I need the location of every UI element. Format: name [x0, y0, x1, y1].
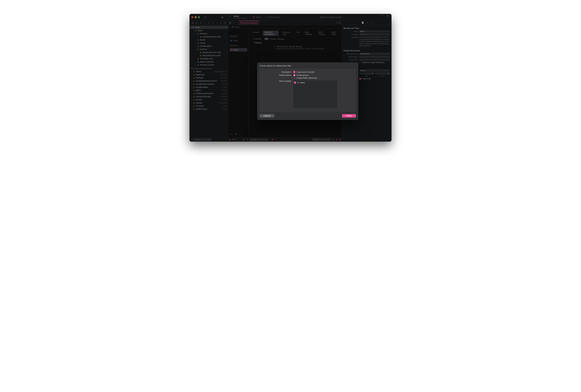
debug-filter[interactable]: ⌕ — [249, 138, 269, 141]
signing-section-header[interactable]: ▾ Signing — [253, 41, 340, 44]
toggle-inspector-icon[interactable]: ▥ — [385, 14, 390, 17]
bookmark-navigator-icon[interactable]: ⎘ — [199, 21, 202, 24]
tree-item[interactable]: ▸▥Model — [190, 38, 228, 41]
navigator-filter-input[interactable] — [196, 138, 206, 141]
target-notes-checkbox[interactable]: ✓ — [294, 81, 296, 84]
identity-name-field[interactable]: Notes — [359, 30, 390, 32]
package-dependency[interactable]: ▸◍GoogleAppMeasurement10.24.0 — [190, 79, 228, 82]
layout-icon[interactable]: ▦ — [229, 21, 231, 24]
toggle-navigator-icon[interactable]: ☰ — [203, 15, 207, 19]
indent-using-dropdown[interactable]: Spaces — [359, 69, 390, 72]
project-tree[interactable]: ▾ ◩ Notes M ▾▥Notes▾▥Services◆NotesRepos… — [190, 25, 228, 137]
filter-debug[interactable]: Debug — [270, 38, 276, 40]
copy-items-checkbox[interactable]: ✓ — [293, 71, 295, 73]
test-navigator-icon[interactable]: ◇ — [212, 21, 214, 24]
stop-icon[interactable]: ◻ — [228, 14, 232, 18]
config-tab[interactable]: Build Rules — [330, 31, 340, 36]
package-dependency[interactable]: ▸◍GoogleUtilities7.13.1 — [190, 85, 228, 89]
wrap-lines-checkbox[interactable]: ✓ — [359, 78, 361, 80]
tree-item[interactable]: ▾▥Services — [190, 32, 228, 35]
tree-item[interactable]: ▸▥Views — [190, 41, 228, 44]
tree-item[interactable]: ◆NoteEditScreen.swift — [190, 54, 228, 57]
package-dependency[interactable]: ▸◍Promises2.4.0 — [190, 104, 228, 107]
debug-navigator-icon[interactable]: ⌁ — [216, 21, 218, 24]
tree-item[interactable]: ▸▥ViewModifiers — [190, 44, 228, 48]
config-tab[interactable]: Resource Tags — [281, 31, 293, 36]
minimize-refs-checkbox[interactable] — [359, 61, 361, 64]
remove-target-icon[interactable]: − — [233, 133, 234, 135]
issue-navigator-icon[interactable]: ⚠ — [207, 21, 210, 24]
auto-manage-checkbox[interactable]: ☑ — [274, 45, 275, 48]
file-inspector-icon[interactable]: 📄 — [362, 21, 364, 24]
project-navigator-icon[interactable]: ▤ — [191, 21, 194, 24]
class-prefix-field[interactable] — [359, 59, 390, 61]
tree-item[interactable]: ▣Assets.xcassets — [190, 60, 228, 63]
target-actions-icon[interactable]: ⊚ — [235, 133, 237, 135]
config-tab[interactable]: Info — [295, 31, 301, 36]
find-navigator-icon[interactable]: ⌕ — [203, 21, 206, 24]
organization-field[interactable] — [359, 56, 390, 58]
tree-item[interactable]: ◆NotesListScreen.swift — [190, 51, 228, 54]
error-badge-icon[interactable]: ❶ — [272, 138, 273, 141]
history-inspector-icon[interactable]: ⏱ — [366, 22, 368, 24]
tree-item[interactable]: ▾▥Screens — [190, 48, 228, 51]
config-tab[interactable]: Build Phases — [317, 31, 328, 36]
finish-button[interactable]: Finish — [342, 114, 356, 118]
package-dependency[interactable]: ▸◍GoogleDataTransport9.4.0 — [190, 82, 228, 85]
list-icon[interactable]: ☰ — [246, 138, 248, 141]
bottom-auto-label[interactable]: Auto ⌄ — [232, 138, 238, 141]
back-button[interactable]: ‹ — [232, 22, 234, 24]
report-navigator-icon[interactable]: ☰ — [224, 21, 226, 24]
location-dropdown[interactable]: Absolute — [359, 33, 390, 35]
create-groups-radio[interactable] — [293, 74, 295, 76]
targets-list[interactable]: ✓ ◉ Notes — [293, 80, 337, 108]
tree-item[interactable]: ▸▥Preview Content — [190, 63, 228, 66]
console-filter[interactable]: ⌕ — [312, 138, 331, 141]
close-window[interactable] — [191, 16, 194, 18]
scheme-target-device[interactable]: ▯ iPhone 15 Pro — [264, 14, 282, 20]
package-dependency[interactable]: ▸◍nanopb2.30910.0 — [190, 101, 228, 104]
minimap-icon[interactable]: ⇆ — [336, 21, 338, 24]
editor-layout-icon[interactable]: ▥ — [339, 21, 341, 24]
package-dependency[interactable]: ▸◍GTMSessionFetcher3.4.1 — [190, 92, 228, 95]
config-tab[interactable]: Signing & Capabilities — [263, 31, 279, 36]
config-tab[interactable]: General — [251, 31, 260, 36]
project-format-dropdown[interactable]: Xcode 14.0 — [359, 53, 390, 55]
create-refs-radio[interactable] — [293, 77, 295, 79]
tree-item[interactable]: ▾▥Notes — [190, 29, 228, 32]
source-control-navigator-icon[interactable]: ◫ — [195, 21, 198, 24]
tree-item[interactable]: ◆NotesRepository.swift — [190, 35, 228, 38]
add-capability-button[interactable]: + Capability — [251, 38, 263, 40]
scheme-selector[interactable]: Notes #1 - Add "Notes f… — [232, 14, 251, 20]
console-view-icon[interactable]: ▥ — [339, 138, 341, 141]
trash-icon[interactable]: 🗑 — [332, 139, 334, 141]
scheme-target-app[interactable]: ◉ Notes › — [251, 14, 264, 20]
indent-width-stepper[interactable]: 2 — [375, 72, 390, 75]
run-button[interactable]: ▶ — [220, 15, 225, 19]
package-dependency[interactable]: ▸◍Firebase10.24.0 — [190, 76, 228, 79]
open-tab[interactable]: ◩ Notes.xcodeproj — [239, 20, 259, 25]
tree-root[interactable]: ▾ ◩ Notes M — [190, 26, 228, 29]
preview-icon[interactable]: ▢ — [275, 138, 276, 141]
package-dependency[interactable]: ▸◍SwiftProtobuf1.26.0 — [190, 107, 228, 111]
target-row[interactable]: ◉ Notes — [230, 48, 247, 51]
add-item-icon[interactable]: + — [190, 139, 192, 141]
breakpoint-navigator-icon[interactable]: ⬠ — [220, 21, 222, 24]
cancel-button[interactable]: Cancel — [260, 114, 274, 118]
navigator-filter[interactable]: ◯ ⏱ ± — [192, 138, 212, 141]
minimize-window[interactable] — [194, 16, 197, 18]
filter-all[interactable]: All — [264, 37, 269, 40]
add-tab-button[interactable]: + — [380, 14, 385, 20]
add-target-icon[interactable]: + — [230, 133, 232, 135]
config-tab[interactable]: Build Settings — [304, 31, 314, 36]
variables-view-icon[interactable]: ▥ — [336, 138, 338, 141]
package-dependency[interactable]: ▸◍leveldb1.22.5 — [190, 98, 228, 101]
filter-release[interactable]: Release — [277, 38, 284, 40]
tab-width-stepper[interactable]: 2 — [359, 72, 374, 75]
help-inspector-icon[interactable]: ? — [371, 22, 372, 24]
package-dependency[interactable]: ▸◍abseil1.2024011601.1 — [190, 70, 228, 73]
jump-bar[interactable]: ▯ ◩ Notes — [228, 25, 342, 29]
eye-icon[interactable]: ◉ — [243, 138, 245, 141]
project-row[interactable]: ◩ Notes — [230, 39, 247, 42]
package-dependency[interactable]: ▸◍InteropForGoogle100.0.0 — [190, 95, 228, 98]
